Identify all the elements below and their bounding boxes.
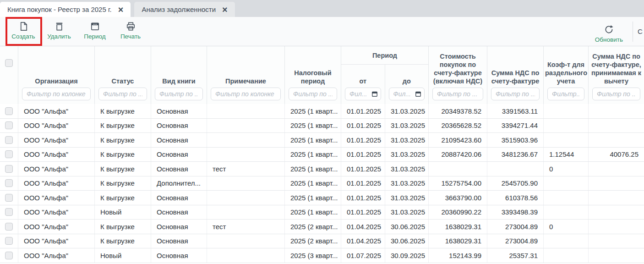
cell-tax-period: 2025 (1 кварт...: [285, 205, 341, 220]
cell-organization: ООО "Альфа": [18, 104, 95, 118]
delete-button-label: Удалить: [47, 33, 71, 40]
cell-vat-amount: 273004.89: [487, 234, 544, 248]
cell-purchase-cost: 3663790.00: [429, 191, 487, 205]
cell-vat-amount: [487, 162, 544, 176]
cell-vat-amount: 3391563.11: [487, 104, 544, 118]
row-checkbox[interactable]: [5, 179, 13, 187]
table-row[interactable]: ООО "Альфа"НовыйОсновная2025 (3 кварт...…: [0, 248, 644, 263]
row-checkbox[interactable]: [5, 237, 13, 245]
cell-status: Новый: [95, 205, 151, 220]
table-row[interactable]: ООО "Альфа"НовыйОсновная2025 (1 кварт...…: [0, 205, 644, 220]
close-icon[interactable]: ×: [118, 5, 124, 14]
select-all-checkbox[interactable]: [5, 59, 13, 67]
cell-note: тест: [207, 162, 285, 176]
row-checkbox[interactable]: [5, 252, 13, 259]
table-row[interactable]: ООО "Альфа"К выгрузкеОсновнаятест2025 (2…: [0, 220, 644, 234]
cell-coefficient: 0: [544, 220, 589, 234]
trash-icon: [54, 21, 65, 32]
filter-vat-deductible-input[interactable]: [592, 88, 640, 100]
cell-note: [207, 104, 285, 118]
row-checkbox[interactable]: [5, 136, 13, 144]
header-note[interactable]: Примечание: [207, 46, 285, 104]
row-checkbox[interactable]: [5, 121, 13, 129]
filter-coefficient-input[interactable]: [547, 88, 584, 100]
table-row[interactable]: ООО "Альфа"К выгрузкеОсновная2025 (1 ква…: [0, 119, 644, 133]
new-document-icon: [18, 21, 29, 32]
cell-vat-deductible: [589, 104, 644, 118]
table-row[interactable]: ООО "Альфа"К выгрузкеОсновная2025 (1 ква…: [0, 148, 644, 162]
header-purchase-cost[interactable]: Стоимость покупок по счету-фактуре (вклю…: [429, 46, 487, 104]
table-row[interactable]: ООО "Альфа"К выгрузкеОсновная2025 (1 ква…: [0, 191, 644, 205]
filter-note-input[interactable]: [211, 88, 281, 100]
filter-tax-period-input[interactable]: [289, 88, 337, 100]
filter-book-type-input[interactable]: [155, 88, 203, 100]
close-icon[interactable]: ×: [222, 5, 228, 14]
row-checkbox[interactable]: [5, 208, 13, 216]
table-row[interactable]: ООО "Альфа"К выгрузкеОсновная2025 (2 ква…: [0, 234, 644, 249]
cell-vat-deductible: 40076.25: [589, 148, 644, 162]
header-coefficient[interactable]: Коэф-т для раздельного учета: [544, 46, 589, 104]
filter-date-to-input[interactable]: [389, 88, 425, 100]
cell-status: К выгрузке: [95, 104, 151, 118]
cell-organization: ООО "Альфа": [18, 220, 95, 234]
cell-note: [207, 119, 285, 133]
table-row[interactable]: ООО "Альфа"К выгрузкеОсновнаятест2025 (1…: [0, 162, 644, 176]
cell-book-type: Основная: [151, 191, 207, 205]
cell-organization: ООО "Альфа": [18, 176, 95, 191]
cell-vat-deductible: [589, 191, 644, 205]
cell-note: [207, 205, 285, 220]
cell-book-type: Основная: [151, 148, 207, 162]
row-checkbox[interactable]: [5, 194, 13, 202]
cell-book-type: Основная: [151, 220, 207, 234]
cell-book-type: Основная: [151, 133, 207, 147]
filter-status-input[interactable]: [98, 88, 147, 100]
registry-table: Организация Статус Вид книги Примечание …: [0, 46, 644, 263]
cell-purchase-cost: 15275754.00: [429, 176, 487, 191]
table-row[interactable]: ООО "Альфа"К выгрузкеДополнител...2025 (…: [0, 176, 644, 191]
cell-tax-period: 2025 (1 кварт...: [285, 104, 341, 118]
cell-status: К выгрузке: [95, 176, 151, 191]
header-book-type[interactable]: Вид книги: [151, 46, 207, 104]
header-organization[interactable]: Организация: [18, 46, 95, 104]
period-button[interactable]: Период: [77, 17, 113, 46]
cell-book-type: Основная: [151, 234, 207, 248]
header-tax-period[interactable]: Налоговый период: [285, 46, 341, 104]
cell-date-from: 01.01.2025: [341, 148, 385, 162]
cell-status: К выгрузке: [95, 133, 151, 147]
header-select-column: [0, 46, 18, 104]
row-checkbox[interactable]: [5, 150, 13, 158]
refresh-button-label: Обновить: [595, 36, 623, 43]
refresh-button[interactable]: Обновить: [589, 20, 629, 43]
refresh-icon: [604, 24, 614, 35]
filter-date-from-input[interactable]: [345, 88, 381, 100]
tab-purchase-book[interactable]: Книга покупок - Реестр за 2025 г. ×: [0, 2, 131, 17]
cell-coefficient: 0: [544, 162, 589, 176]
cell-vat-amount: 25357.31: [487, 248, 544, 263]
printer-icon: [126, 21, 136, 32]
row-select-cell: [0, 104, 18, 118]
row-checkbox[interactable]: [5, 223, 13, 231]
cell-date-from: 01.01.2025: [341, 176, 385, 191]
cell-purchase-cost: 21095423.60: [429, 133, 487, 147]
table-row[interactable]: ООО "Альфа"К выгрузкеОсновная2025 (1 ква…: [0, 133, 644, 148]
cell-purchase-cost: 1638029.31: [429, 220, 487, 234]
header-vat-deductible[interactable]: Сумма НДС по счету-фактуре, принимаемая …: [589, 46, 644, 104]
filter-vat-amount-input[interactable]: [491, 88, 540, 100]
cell-date-to: 30.06.2025: [385, 234, 429, 248]
filter-organization-input[interactable]: [22, 88, 91, 100]
tab-debt-analysis[interactable]: Анализ задолженности ×: [134, 2, 235, 17]
row-checkbox[interactable]: [5, 107, 13, 115]
print-button[interactable]: Печать: [113, 17, 148, 46]
table-header: Организация Статус Вид книги Примечание …: [0, 46, 644, 104]
header-status[interactable]: Статус: [95, 46, 151, 104]
create-button[interactable]: Создать: [5, 17, 41, 46]
header-date-from[interactable]: от: [341, 65, 385, 104]
table-row[interactable]: ООО "Альфа"К выгрузкеОсновная2025 (1 ква…: [0, 104, 644, 119]
filter-purchase-cost-input[interactable]: [432, 88, 483, 100]
cell-organization: ООО "Альфа": [18, 234, 95, 248]
header-vat-amount[interactable]: Сумма НДС по счету-фактуре: [487, 46, 544, 104]
delete-button[interactable]: Удалить: [41, 17, 77, 46]
row-checkbox[interactable]: [5, 165, 13, 173]
header-date-to[interactable]: до: [385, 65, 429, 104]
clipped-toolbar-button[interactable]: С: [638, 28, 644, 35]
